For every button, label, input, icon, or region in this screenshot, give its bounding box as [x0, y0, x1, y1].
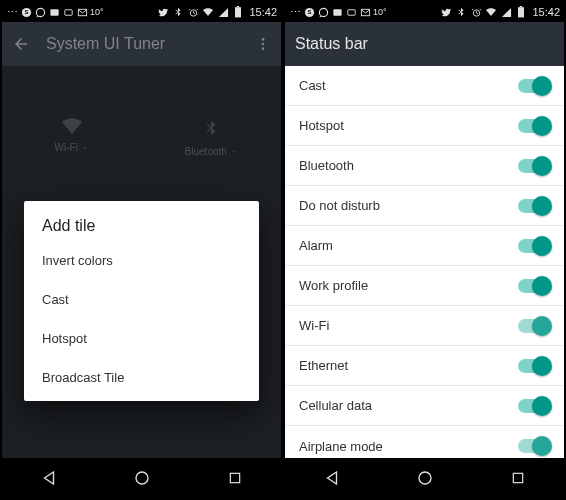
status-left: ⋯ S 10°	[289, 6, 387, 18]
status-right: 15:42	[157, 6, 277, 18]
qs-tile-bluetooth[interactable]: Bluetooth	[171, 116, 251, 157]
nav-home[interactable]	[414, 467, 436, 489]
svg-point-16	[319, 8, 327, 16]
toggle[interactable]	[518, 199, 550, 213]
status-bar: ⋯ S 10°	[2, 2, 281, 22]
toggle[interactable]	[518, 239, 550, 253]
card-icon	[62, 6, 74, 18]
toggle[interactable]	[518, 119, 550, 133]
twitter-icon	[440, 6, 452, 18]
signal-icon	[217, 6, 229, 18]
svg-rect-22	[520, 6, 522, 7]
dialog-title: Add tile	[24, 217, 259, 241]
qs-bt-label: Bluetooth	[185, 146, 227, 157]
appbar-title: System UI Tuner	[46, 35, 165, 53]
back-button[interactable]	[12, 35, 30, 53]
nav-recent[interactable]	[507, 467, 529, 489]
toggle[interactable]	[518, 399, 550, 413]
svg-rect-4	[64, 9, 71, 15]
toggle[interactable]	[518, 319, 550, 333]
status-right: 15:42	[440, 6, 560, 18]
qs-tiles-row: Wi-Fi Bluetooth	[2, 66, 281, 157]
status-left: ⋯ S 10°	[6, 6, 104, 18]
row-label: Hotspot	[299, 118, 344, 133]
skype-icon: S	[303, 6, 315, 18]
overflow-menu[interactable]	[255, 36, 271, 52]
svg-rect-18	[347, 9, 354, 15]
nav-home[interactable]	[131, 467, 153, 489]
toggle[interactable]	[518, 439, 550, 453]
temp-icon: 10°	[90, 6, 104, 18]
gmail-icon	[76, 6, 88, 18]
battery-icon	[232, 6, 244, 18]
svg-text:S: S	[307, 9, 311, 15]
svg-rect-8	[237, 6, 239, 7]
phone-left: ⋯ S 10°	[2, 2, 281, 498]
alarm-icon	[470, 6, 482, 18]
content-area: Wi-Fi Bluetooth Add tile Add tile Invert…	[2, 66, 281, 458]
dialog-item-invert-colors[interactable]: Invert colors	[24, 241, 259, 280]
row-wifi[interactable]: Wi-Fi	[285, 306, 564, 346]
settings-list: Cast Hotspot Bluetooth Do not disturb Al…	[285, 66, 564, 458]
whatsapp-icon	[317, 6, 329, 18]
dialog-item-hotspot[interactable]: Hotspot	[24, 319, 259, 358]
nav-back[interactable]	[321, 467, 343, 489]
svg-point-12	[136, 472, 148, 484]
temp-icon: 10°	[373, 6, 387, 18]
row-hotspot[interactable]: Hotspot	[285, 106, 564, 146]
clock: 15:42	[249, 6, 277, 18]
row-label: Wi-Fi	[299, 318, 329, 333]
row-label: Cellular data	[299, 398, 372, 413]
inbox-icon	[331, 6, 343, 18]
row-label: Airplane mode	[299, 439, 383, 454]
inbox-icon	[48, 6, 60, 18]
dots-icon: ⋯	[6, 6, 18, 18]
qs-tile-wifi[interactable]: Wi-Fi	[32, 116, 112, 157]
gmail-icon	[359, 6, 371, 18]
wifi-icon	[60, 116, 84, 136]
battery-icon	[515, 6, 527, 18]
signal-icon	[500, 6, 512, 18]
nav-bar	[2, 458, 281, 498]
alarm-icon	[187, 6, 199, 18]
row-label: Do not disturb	[299, 198, 380, 213]
status-bar: ⋯ S 10° 15:42	[285, 2, 564, 22]
svg-point-23	[419, 472, 431, 484]
svg-point-10	[262, 43, 265, 46]
card-icon	[345, 6, 357, 18]
dots-icon: ⋯	[289, 6, 301, 18]
row-label: Bluetooth	[299, 158, 354, 173]
phone-right: ⋯ S 10° 15:42 Status bar	[285, 2, 564, 498]
qs-wifi-label: Wi-Fi	[55, 142, 78, 153]
row-cellular-data[interactable]: Cellular data	[285, 386, 564, 426]
row-label: Work profile	[299, 278, 368, 293]
row-bluetooth[interactable]: Bluetooth	[285, 146, 564, 186]
row-alarm[interactable]: Alarm	[285, 226, 564, 266]
row-cast[interactable]: Cast	[285, 66, 564, 106]
add-tile-dialog: Add tile Invert colors Cast Hotspot Broa…	[24, 201, 259, 401]
skype-icon: S	[20, 6, 32, 18]
svg-rect-3	[50, 9, 58, 15]
toggle[interactable]	[518, 159, 550, 173]
nav-recent[interactable]	[224, 467, 246, 489]
row-airplane-mode[interactable]: Airplane mode	[285, 426, 564, 458]
dialog-item-cast[interactable]: Cast	[24, 280, 259, 319]
wifi-icon	[202, 6, 214, 18]
toggle[interactable]	[518, 79, 550, 93]
wifi-icon	[485, 6, 497, 18]
svg-rect-7	[235, 7, 241, 17]
toggle[interactable]	[518, 279, 550, 293]
twitter-icon	[157, 6, 169, 18]
svg-point-9	[262, 38, 265, 41]
nav-bar	[285, 458, 564, 498]
svg-rect-13	[230, 473, 239, 482]
toggle[interactable]	[518, 359, 550, 373]
app-bar: System UI Tuner	[2, 22, 281, 66]
row-work-profile[interactable]: Work profile	[285, 266, 564, 306]
nav-back[interactable]	[38, 467, 60, 489]
app-bar: Status bar	[285, 22, 564, 66]
bluetooth-icon	[202, 116, 220, 140]
row-ethernet[interactable]: Ethernet	[285, 346, 564, 386]
dialog-item-broadcast-tile[interactable]: Broadcast Tile	[24, 358, 259, 397]
row-do-not-disturb[interactable]: Do not disturb	[285, 186, 564, 226]
